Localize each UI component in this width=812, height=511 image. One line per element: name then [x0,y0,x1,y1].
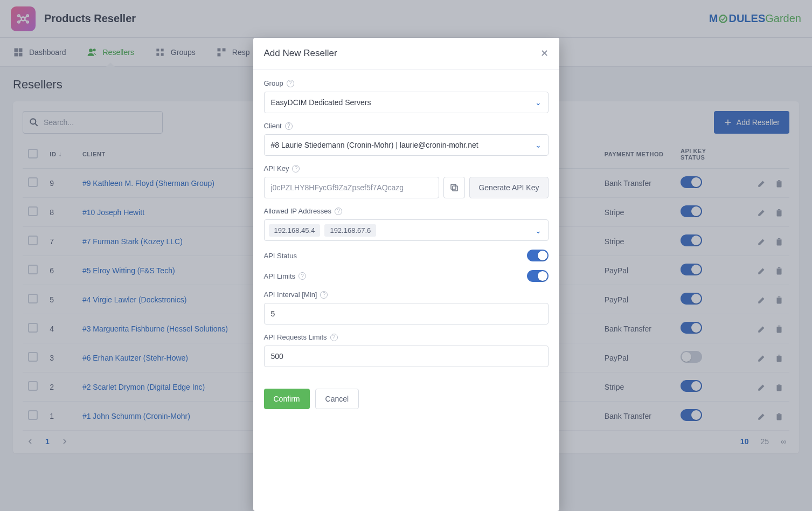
chevron-down-icon: ⌄ [535,141,542,149]
label-group: Group [264,79,283,87]
copy-icon [449,183,459,192]
help-icon[interactable]: ? [292,165,300,172]
ip-chip[interactable]: 192.168.45.4 [269,224,321,237]
svg-rect-28 [451,184,456,189]
ip-chip[interactable]: 192.168.67.6 [324,224,376,237]
group-value: EasyDCIM Dedicated Servers [271,98,371,107]
label-client: Client [264,122,282,130]
close-icon[interactable]: ✕ [540,47,549,59]
svg-rect-27 [453,186,457,191]
group-select[interactable]: EasyDCIM Dedicated Servers ⌄ [264,92,549,113]
help-icon[interactable]: ? [330,334,338,341]
api-status-toggle[interactable] [527,250,549,261]
add-reseller-modal: Add New Reseller ✕ Group ? EasyDCIM Dedi… [253,38,559,511]
help-icon[interactable]: ? [335,208,342,215]
client-select[interactable]: #8 Laurie Stiedemann (Cronin-Mohr) | lau… [264,134,549,156]
api-requests-input[interactable] [264,346,549,367]
client-value: #8 Laurie Stiedemann (Cronin-Mohr) | lau… [271,141,478,149]
help-icon[interactable]: ? [299,272,306,280]
label-api-requests: API Requests Limits [264,333,327,341]
allowed-ip-input[interactable]: 192.168.45.4 192.168.67.6 ⌄ [264,219,549,241]
chevron-down-icon: ⌄ [535,98,542,107]
help-icon[interactable]: ? [285,122,293,130]
label-api-interval: API Interval [Min] [264,291,317,299]
generate-api-key-button[interactable]: Generate API Key [469,177,548,198]
label-api-status: API Status [264,252,297,260]
api-limits-toggle[interactable] [527,270,549,282]
cancel-button[interactable]: Cancel [315,389,359,409]
chevron-down-icon: ⌄ [535,226,542,235]
modal-title: Add New Reseller [264,48,337,59]
api-interval-input[interactable] [264,303,549,324]
label-api-limits: API Limits [264,272,296,280]
help-icon[interactable]: ? [287,80,294,87]
copy-button[interactable] [443,177,465,198]
help-icon[interactable]: ? [320,291,328,299]
confirm-button[interactable]: Confirm [264,389,310,409]
api-key-input[interactable] [264,177,440,198]
label-api-key: API Key [264,164,289,172]
modal-overlay: Add New Reseller ✕ Group ? EasyDCIM Dedi… [0,0,812,511]
label-allowed-ips: Allowed IP Addresses [264,207,332,215]
